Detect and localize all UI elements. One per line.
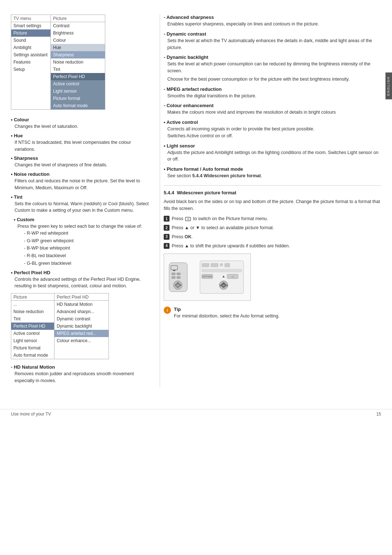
table-row[interactable]: Perfect Pixel HD Dynamic backlight <box>11 323 109 330</box>
tip-icon: i <box>164 307 171 314</box>
svg-text:□□: □□ <box>231 276 234 278</box>
dynamic-contrast-dash: Dynamic contrast Sets the level at which… <box>164 31 381 51</box>
step-3: 3 Press OK. <box>164 234 381 240</box>
noise-reduction-bullet: Noise reduction Filters out and reduces … <box>11 171 149 191</box>
table-row[interactable]: Settings assistant Sharpness <box>11 51 105 58</box>
footer-right: 15 <box>376 412 381 417</box>
remote-svg: ▲ ▼ ◄ ► OK OPTION <box>167 255 247 299</box>
table-row[interactable]: Auto format mode <box>11 102 105 109</box>
list-item: R-WP red whitepoint <box>24 230 149 237</box>
svg-rect-6 <box>177 273 180 275</box>
page-footer: Use more of your TV 15 <box>0 409 392 419</box>
svg-rect-8 <box>177 276 180 279</box>
table-row[interactable]: Active control MPEG artefact red... <box>11 330 109 337</box>
table-row[interactable]: Picture format <box>11 344 109 352</box>
light-sensor-section: Light sensor Adjusts the picture and Amb… <box>164 143 381 163</box>
mpeg-artefact-dash: MPEG artefact reduction Smooths the digi… <box>164 86 381 100</box>
table-row[interactable]: Picture format <box>11 95 105 102</box>
table-row[interactable]: Light sensor Colour enhance... <box>11 337 109 344</box>
menu-header-right: Picture <box>51 15 105 22</box>
tip-box: i Tip For minimal distortion, select the… <box>164 307 381 320</box>
table-row[interactable]: Light sensor <box>11 88 105 95</box>
picture-format-section: Picture format / Auto format mode See se… <box>164 166 381 179</box>
ppix-header-row: Picture Perfect Pixel HD <box>11 293 109 301</box>
table-row[interactable]: Noise reduction Advanced sharpn... <box>11 308 109 315</box>
hue-bullet: Hue If NTSC is broadcasted, this level c… <box>11 133 149 153</box>
advanced-sharpness-dash: Advanced sharpness Enables superior shar… <box>164 15 381 28</box>
svg-rect-20 <box>225 263 230 267</box>
active-control-section: Active control Corrects all incoming sig… <box>164 119 381 139</box>
svg-rect-5 <box>172 273 175 275</box>
colour-enhancement-dash: Colour enhancement Makes the colours mor… <box>164 103 381 116</box>
svg-rect-7 <box>172 276 175 279</box>
tint-bullet: Tint Sets the colours to Normal, Warm (r… <box>11 194 149 214</box>
table-row[interactable]: Active control <box>11 80 105 88</box>
tip-title: Tip <box>174 307 279 312</box>
svg-rect-18 <box>211 263 218 267</box>
svg-rect-4 <box>173 270 175 271</box>
step-num-2: 2 <box>164 225 170 231</box>
section-divider <box>164 185 381 186</box>
table-row[interactable]: Auto format mode <box>11 352 109 359</box>
step-num-4: 4 <box>164 243 170 249</box>
step-1: 1 Press ⊞ to switch on the Picture forma… <box>164 215 381 222</box>
tv-menu-table: TV menu Picture Smart settings Contrast … <box>11 15 105 110</box>
svg-rect-19 <box>220 263 223 266</box>
table-row[interactable]: Sound Colour <box>11 37 105 44</box>
widescreen-intro: Avoid black bars on the sides or on top … <box>164 198 381 212</box>
list-item: B-WP blue whitepoint <box>24 245 149 252</box>
hd-natural-motion-section: HD Natural Motion Removes motion judder … <box>11 364 149 384</box>
svg-text:OK: OK <box>222 284 225 287</box>
svg-rect-17 <box>202 263 209 267</box>
tip-content: Tip For minimal distortion, select the A… <box>174 307 279 320</box>
dynamic-backlight-dash: Dynamic backlight Sets the level at whic… <box>164 54 381 82</box>
list-item: R-BL red blacklevel <box>24 252 149 259</box>
table-row[interactable]: Features Noise reduction <box>11 58 105 66</box>
step-num-1: 1 <box>164 216 170 222</box>
list-item: G-BL green blacklevel <box>24 260 149 267</box>
menu-header-left: TV menu <box>11 15 51 22</box>
table-row[interactable]: Smart settings Contrast <box>11 22 105 29</box>
table-row[interactable]: Setup Tint <box>11 66 105 73</box>
perfect-pixel-table: Picture Perfect Pixel HD ... HD Natural … <box>11 293 109 359</box>
tip-text: For minimal distortion, select the Auto … <box>174 313 279 320</box>
widescreen-heading: 5.4.4 Widescreen picture format <box>164 190 381 195</box>
perfect-pixel-bullet: Perfect Pixel HD Controls the advanced s… <box>11 270 149 290</box>
side-tab-english: ENGLISH <box>385 73 392 100</box>
sharpness-bullet: Sharpness Changes the level of sharpness… <box>11 155 149 169</box>
menu-header-row: TV menu Picture <box>11 15 105 22</box>
page-content: TV menu Picture Smart settings Contrast … <box>0 0 392 402</box>
table-row[interactable]: Perfect Pixel HD <box>11 73 105 80</box>
svg-rect-21 <box>202 269 242 272</box>
svg-text:OK: OK <box>176 284 179 287</box>
remote-diagram: ▲ ▼ ◄ ► OK OPTION <box>164 254 251 301</box>
custom-section: Custom Press the green key to select eac… <box>11 217 149 267</box>
right-column: Advanced sharpness Enables superior shar… <box>160 15 381 387</box>
list-item: G-WP green whitepoint <box>24 238 149 244</box>
svg-text:⊞: ⊞ <box>187 218 189 220</box>
svg-text:►: ► <box>226 284 229 287</box>
svg-text:▲: ▲ <box>222 274 225 278</box>
footer-left: Use more of your TV <box>11 412 51 417</box>
step-2: 2 Press ▲ or ▼ to select an available pi… <box>164 224 381 231</box>
table-row[interactable]: Picture Brightness <box>11 29 105 37</box>
table-row[interactable]: Ambilight Hue <box>11 44 105 51</box>
step-4: 4 Press ▲ to shift the picture upwards i… <box>164 243 381 250</box>
table-row[interactable]: Tint Dynamic contrast <box>11 315 109 323</box>
step-num-3: 3 <box>164 234 170 240</box>
numbered-steps: 1 Press ⊞ to switch on the Picture forma… <box>164 215 381 249</box>
table-row[interactable]: ... HD Natural Motion <box>11 301 109 308</box>
left-column: TV menu Picture Smart settings Contrast … <box>11 15 149 387</box>
svg-text:OPTION: OPTION <box>203 275 212 278</box>
colour-bullet: Colour Changes the level of saturation. <box>11 117 149 130</box>
